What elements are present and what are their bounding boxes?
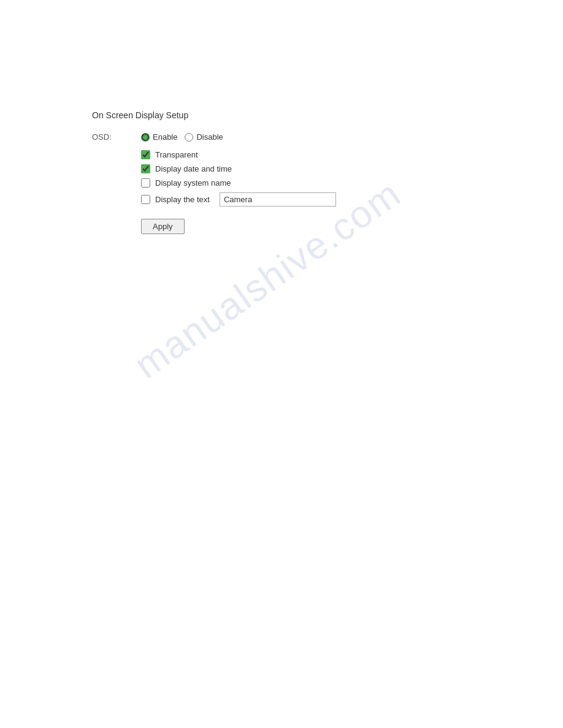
- osd-row: OSD: Enable Disable: [92, 132, 563, 142]
- display-text-label: Display the text: [155, 195, 210, 204]
- display-date-time-label: Display date and time: [155, 164, 232, 173]
- section-title: On Screen Display Setup: [92, 110, 563, 120]
- page-container: On Screen Display Setup OSD: Enable Disa…: [0, 0, 563, 234]
- apply-button[interactable]: Apply: [141, 219, 185, 234]
- display-date-time-checkbox[interactable]: [141, 164, 150, 173]
- display-system-name-label: Display system name: [155, 178, 231, 188]
- disable-label: Disable: [196, 132, 223, 142]
- display-date-time-row: Display date and time: [141, 164, 563, 173]
- checkboxes-section: Transparent Display date and time Displa…: [141, 150, 563, 207]
- transparent-label: Transparent: [155, 150, 198, 159]
- disable-radio-option[interactable]: Disable: [185, 132, 223, 142]
- display-text-row: Display the text: [141, 192, 563, 207]
- display-text-checkbox[interactable]: [141, 195, 150, 204]
- display-system-name-row: Display system name: [141, 178, 563, 188]
- enable-label: Enable: [153, 132, 177, 142]
- transparent-checkbox[interactable]: [141, 150, 150, 159]
- enable-radio-option[interactable]: Enable: [141, 132, 177, 142]
- disable-radio[interactable]: [185, 133, 193, 142]
- transparent-row: Transparent: [141, 150, 563, 159]
- osd-label: OSD:: [92, 132, 141, 142]
- radio-group: Enable Disable: [141, 132, 223, 142]
- enable-radio[interactable]: [141, 133, 150, 142]
- apply-button-row: Apply: [141, 219, 563, 234]
- camera-text-input[interactable]: [220, 192, 336, 207]
- display-system-name-checkbox[interactable]: [141, 178, 150, 188]
